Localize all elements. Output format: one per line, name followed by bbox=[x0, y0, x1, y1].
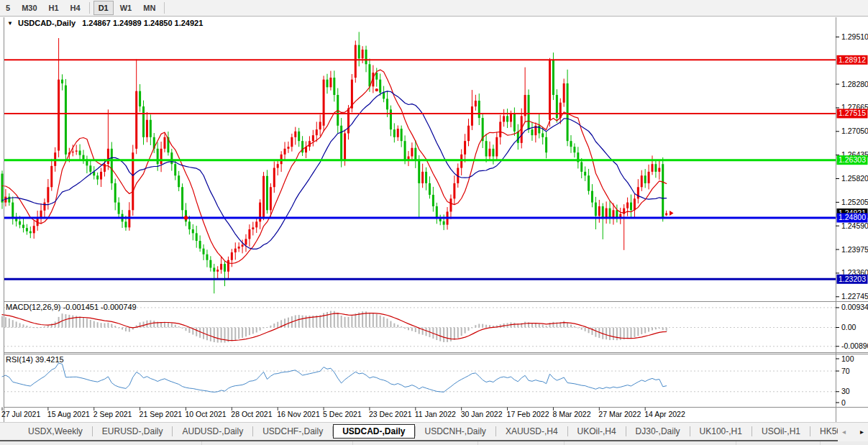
candlestick-series bbox=[1, 32, 668, 293]
svg-text:17 Feb 2022: 17 Feb 2022 bbox=[507, 410, 549, 418]
svg-text:27 Jul 2021: 27 Jul 2021 bbox=[1, 410, 40, 418]
chart-ohlc-values: 1.24867 1.24989 1.24850 1.24921 bbox=[82, 19, 203, 27]
svg-text:11 Jan 2022: 11 Jan 2022 bbox=[415, 410, 456, 418]
tab-xauusd-h4[interactable]: XAUUSD-,H4 bbox=[496, 424, 567, 439]
tab-eurusd-daily[interactable]: EURUSD-,Daily bbox=[93, 424, 173, 439]
tab-usdchf-daily[interactable]: USDCHF-,Daily bbox=[253, 424, 332, 439]
macd-histogram bbox=[1, 311, 667, 342]
svg-text:1.24590: 1.24590 bbox=[841, 221, 868, 230]
chart-title: ▼ USDCAD-,Daily 1.24867 1.24989 1.24850 … bbox=[7, 19, 203, 27]
svg-text:1.25820: 1.25820 bbox=[841, 174, 868, 183]
svg-text:1.27050: 1.27050 bbox=[841, 127, 868, 135]
trade-markers bbox=[183, 88, 674, 221]
svg-text:23 Dec 2021: 23 Dec 2021 bbox=[369, 410, 412, 418]
tab-usoil-h1[interactable]: USOil-,H1 bbox=[752, 424, 810, 439]
symbol-tab-bar: USDX,WeeklyEURUSD-,DailyAUDUSD-,DailyUSD… bbox=[0, 422, 868, 441]
svg-text:10 Oct 2021: 10 Oct 2021 bbox=[185, 410, 226, 418]
svg-text:1.28912: 1.28912 bbox=[839, 55, 866, 64]
svg-text:27 Mar 2022: 27 Mar 2022 bbox=[598, 410, 641, 418]
svg-text:8 Mar 2022: 8 Mar 2022 bbox=[552, 410, 590, 418]
svg-text:1.27515: 1.27515 bbox=[839, 109, 866, 117]
svg-text:1.24800: 1.24800 bbox=[839, 213, 866, 221]
macd-indicator-label: MACD(12,26,9) -0.001451 -0.000749 bbox=[6, 303, 137, 311]
svg-text:21 Sep 2021: 21 Sep 2021 bbox=[140, 410, 183, 418]
svg-text:1.28280: 1.28280 bbox=[841, 80, 868, 88]
tab-usdx-weekly[interactable]: USDX,Weekly bbox=[19, 424, 92, 439]
chart-canvas[interactable]: 1.295101.282801.276651.270501.264351.258… bbox=[0, 0, 868, 445]
tab-scroll-left-icon[interactable]: ◂ bbox=[842, 428, 846, 436]
svg-text:0.009345: 0.009345 bbox=[841, 303, 868, 311]
svg-text:30: 30 bbox=[841, 387, 850, 395]
svg-text:16 Nov 2021: 16 Nov 2021 bbox=[277, 410, 320, 418]
tab-dj30-daily[interactable]: DJ30-,Daily bbox=[626, 424, 690, 439]
svg-text:30 Jan 2022: 30 Jan 2022 bbox=[461, 410, 503, 418]
date-axis: 27 Jul 202115 Aug 20212 Sep 202121 Sep 2… bbox=[1, 408, 685, 419]
price-axis: 1.295101.282801.276651.270501.264351.258… bbox=[836, 32, 868, 301]
collapse-triangle-icon[interactable]: ▼ bbox=[7, 20, 13, 27]
rsi-line bbox=[2, 363, 667, 392]
svg-text:0: 0 bbox=[841, 398, 846, 407]
svg-text:14 Apr 2022: 14 Apr 2022 bbox=[644, 410, 685, 418]
svg-text:1.23975: 1.23975 bbox=[841, 245, 868, 254]
svg-text:0.00: 0.00 bbox=[841, 323, 856, 331]
svg-text:1.26303: 1.26303 bbox=[839, 155, 866, 164]
chart-symbol: USDCAD-,Daily bbox=[18, 19, 76, 27]
svg-text:-0.008902: -0.008902 bbox=[841, 341, 868, 350]
svg-text:15 Aug 2021: 15 Aug 2021 bbox=[47, 410, 90, 418]
svg-text:28 Oct 2021: 28 Oct 2021 bbox=[231, 410, 272, 418]
tab-usdcnh-daily[interactable]: USDCNH-,Daily bbox=[416, 424, 495, 439]
trading-terminal: 5M30H1H4D1W1MN 1.295101.282801.276651.27… bbox=[0, 0, 868, 445]
panel-borders bbox=[4, 17, 868, 422]
tab-usdcad-daily[interactable]: USDCAD-,Daily bbox=[333, 424, 414, 439]
indicator-axes: 0.0093450.00-0.00890210070300 bbox=[836, 303, 868, 406]
tab-ukoil-h4[interactable]: UKOil-,H4 bbox=[568, 424, 626, 439]
svg-text:1.23203: 1.23203 bbox=[839, 275, 866, 283]
tab-audusd-daily[interactable]: AUDUSD-,Daily bbox=[173, 424, 252, 439]
indicator-gridlines bbox=[4, 308, 836, 392]
tab-scroll-right-icon[interactable]: ▸ bbox=[860, 428, 864, 436]
status-bar bbox=[0, 441, 868, 445]
rsi-indicator-label: RSI(14) 39.4215 bbox=[6, 355, 64, 364]
svg-text:1.25205: 1.25205 bbox=[841, 198, 868, 206]
tab-uk100-h1[interactable]: UK100-,H1 bbox=[690, 424, 751, 439]
svg-text:100: 100 bbox=[841, 354, 854, 363]
svg-text:5 Dec 2021: 5 Dec 2021 bbox=[323, 410, 362, 418]
svg-text:1.29510: 1.29510 bbox=[841, 32, 868, 41]
svg-text:70: 70 bbox=[841, 367, 850, 375]
svg-text:1.22745: 1.22745 bbox=[841, 292, 868, 301]
tab-scroll-controls: ◂ ▸ bbox=[838, 422, 868, 441]
svg-text:2 Sep 2021: 2 Sep 2021 bbox=[93, 410, 132, 418]
